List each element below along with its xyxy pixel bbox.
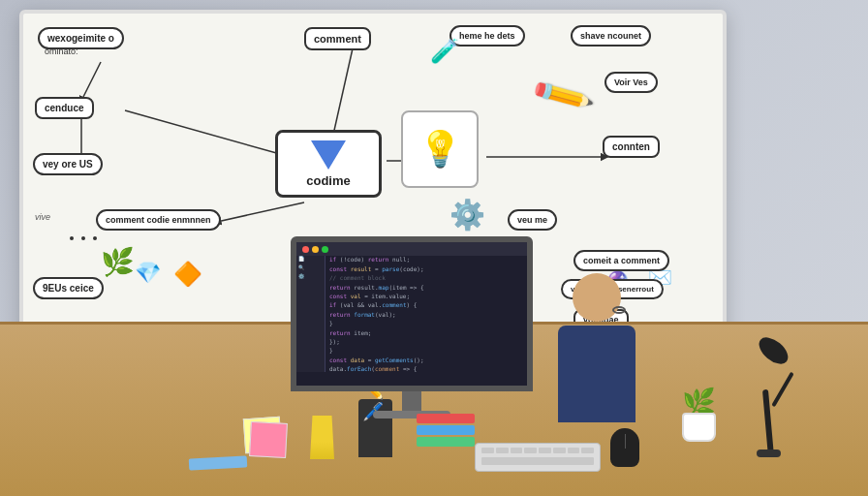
monitor-stand bbox=[402, 391, 421, 411]
books-stack bbox=[417, 414, 475, 448]
person bbox=[539, 273, 655, 467]
svg-line-6 bbox=[217, 202, 304, 222]
svg-point-9 bbox=[93, 236, 97, 240]
comment-box: comment bbox=[304, 27, 371, 50]
voir-ves-box: Voir Ves bbox=[604, 72, 658, 93]
cenduce-box: cenduce bbox=[35, 97, 94, 119]
monitor-screen: 📁📄🔍⚙️ function comment(code) { if (!code… bbox=[291, 236, 533, 391]
comment-code-box: comment codie enmnnen bbox=[96, 209, 221, 231]
sidebar-panel: 📁📄🔍⚙️ bbox=[296, 242, 326, 372]
codime-label: codime bbox=[306, 173, 351, 188]
gear-icon: ⚙️ bbox=[450, 198, 485, 232]
leaf-icon: 🌿 bbox=[101, 246, 135, 278]
gem-icon: 💎 bbox=[135, 261, 161, 286]
vive-label: vive bbox=[35, 212, 50, 222]
9eus-ceice-box: 9EUs ceice bbox=[33, 277, 104, 299]
flask-icon: 🧪 bbox=[430, 38, 459, 65]
heme-dets-box: heme he dets bbox=[450, 25, 525, 46]
svg-line-3 bbox=[333, 48, 353, 135]
code-editor: function comment(code) { if (!code) retu… bbox=[326, 242, 527, 372]
lightbulb-icon: 💡 bbox=[418, 129, 462, 170]
window-titlebar bbox=[296, 242, 527, 256]
desk-notebook bbox=[189, 455, 248, 470]
svg-line-2 bbox=[125, 110, 280, 154]
maximize-dot bbox=[322, 246, 328, 253]
close-dot bbox=[302, 246, 309, 253]
ominato-label: ominato: bbox=[45, 46, 78, 56]
pencil-icon: ✏️ bbox=[528, 62, 596, 128]
vey-ore-us-box: vey ore US bbox=[33, 153, 103, 175]
juice-glass bbox=[310, 416, 334, 459]
desk: ✏️🖊️ 📁📄🔍⚙️ fu bbox=[0, 322, 868, 496]
scene: wexogeimite o ominato: cenduce vey ore U… bbox=[0, 0, 868, 496]
sticky-note-pink bbox=[249, 421, 288, 458]
orange-bulb-icon: 🔶 bbox=[173, 261, 202, 288]
svg-line-0 bbox=[81, 62, 101, 101]
person-head bbox=[573, 273, 621, 322]
comeit-a-comment-box: comeit a comment bbox=[574, 250, 669, 271]
shave-ncounet-box: shave ncounet bbox=[571, 25, 651, 46]
lightbulb-box: 💡 bbox=[401, 110, 479, 188]
desk-plant: 🌿 bbox=[674, 389, 723, 467]
person-body bbox=[558, 326, 636, 422]
minimize-dot bbox=[312, 246, 319, 253]
svg-point-7 bbox=[70, 236, 74, 240]
connten-box: connten bbox=[603, 136, 660, 158]
monitor: 📁📄🔍⚙️ function comment(code) { if (!code… bbox=[291, 236, 533, 418]
desk-lamp bbox=[732, 341, 790, 457]
veu-me-box: veu me bbox=[508, 209, 557, 231]
codime-triangle-icon bbox=[311, 140, 346, 170]
codime-box: codime bbox=[275, 130, 382, 198]
svg-point-8 bbox=[81, 236, 85, 240]
